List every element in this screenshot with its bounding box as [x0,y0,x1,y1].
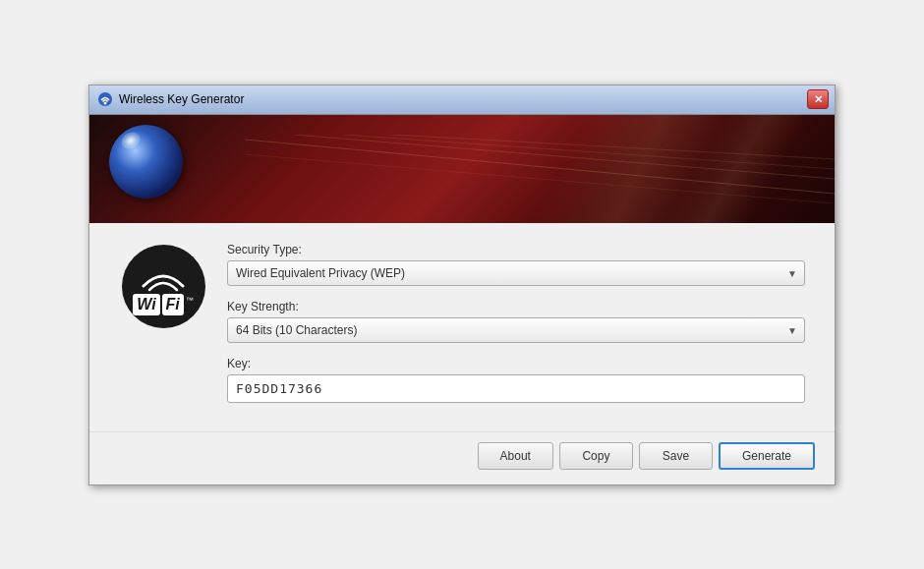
security-type-wrapper: Wired Equivalent Privacy (WEP) Wi-Fi Pro… [227,260,805,286]
wifi-wi-text: Wi [133,294,159,314]
globe-highlight [118,129,143,152]
svg-line-4 [343,135,835,169]
svg-point-1 [104,102,107,105]
key-group: Key: [227,357,805,403]
key-input[interactable] [227,374,805,403]
footer: About Copy Save Generate [89,431,835,484]
svg-line-2 [245,140,835,194]
key-strength-wrapper: 64 Bits (10 Characters) 128 Bits (26 Cha… [227,317,805,343]
save-button[interactable]: Save [639,442,713,470]
title-bar-left: Wireless Key Generator [97,91,244,107]
app-icon [97,91,113,107]
wifi-logo-circle: Wi Fi ™ [122,245,205,328]
security-type-group: Security Type: Wired Equivalent Privacy … [227,243,805,286]
title-bar: Wireless Key Generator ✕ [89,85,835,115]
key-strength-label: Key Strength: [227,300,805,313]
wifi-text-row: Wi Fi ™ [133,294,194,314]
wifi-arc-svg [140,264,187,292]
wifi-fi-text: Fi [162,294,184,314]
security-type-label: Security Type: [227,243,805,256]
svg-line-5 [392,135,835,159]
wifi-logo: Wi Fi ™ [119,243,207,331]
main-window: Wireless Key Generator ✕ [88,85,836,485]
wifi-arcs [139,262,188,292]
main-content: Wi Fi ™ Security Type: Wired Equivalent … [89,223,835,431]
svg-line-6 [245,154,835,203]
about-button[interactable]: About [478,442,553,470]
svg-line-3 [294,135,835,179]
banner-decoration [245,135,835,203]
form-area: Security Type: Wired Equivalent Privacy … [227,243,805,417]
content-inner: Wi Fi ™ Security Type: Wired Equivalent … [119,243,805,417]
close-button[interactable]: ✕ [807,89,829,109]
copy-button[interactable]: Copy [559,442,633,470]
globe-graphic [109,125,188,203]
key-label: Key: [227,357,805,370]
header-banner [89,115,835,223]
title-text: Wireless Key Generator [119,92,244,106]
security-type-select[interactable]: Wired Equivalent Privacy (WEP) Wi-Fi Pro… [227,260,805,286]
generate-button[interactable]: Generate [719,442,815,470]
globe-sphere [109,125,183,199]
key-strength-select[interactable]: 64 Bits (10 Characters) 128 Bits (26 Cha… [227,317,805,343]
wifi-trademark: ™ [186,296,194,305]
key-strength-group: Key Strength: 64 Bits (10 Characters) 12… [227,300,805,343]
